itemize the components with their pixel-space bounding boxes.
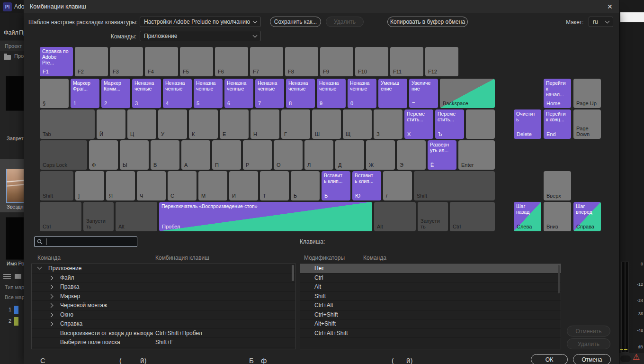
keyboard-key[interactable]: F3 — [110, 47, 143, 76]
keyboard-key[interactable]: Перейти к начал...Home — [544, 79, 571, 108]
keyboard-key[interactable]: Очистит ьDelete — [514, 109, 541, 139]
command-row[interactable]: Маркер — [32, 292, 295, 301]
keyboard-key[interactable]: Е — [220, 109, 249, 139]
keyboard-key[interactable]: / — [383, 171, 412, 200]
keyboard-key[interactable]: F8 — [285, 47, 318, 76]
modifier-row[interactable]: Ctrl+Alt+Shift — [300, 329, 561, 338]
preset-dropdown[interactable]: Настройки Adobe Prelude по умолчанию — [140, 17, 261, 27]
keyboard-key[interactable]: О — [274, 140, 303, 170]
save-as-button[interactable]: Сохранить как... — [270, 17, 321, 27]
keyboard-key[interactable]: Backspace — [440, 79, 495, 108]
keyboard-key[interactable]: Шаг назадСлева — [514, 202, 541, 231]
chevron-right-icon[interactable] — [49, 312, 54, 317]
warning-icon[interactable]: ⚠ — [633, 352, 640, 362]
cancel-button[interactable]: Отмена — [573, 354, 611, 364]
keyboard-key[interactable]: Неназна ченные9 — [317, 79, 346, 108]
keyboard-key[interactable]: Маркер Комм...2 — [101, 79, 130, 108]
vertical-scrollbar[interactable] — [558, 265, 560, 293]
command-row[interactable]: Выберите предыдущую панельCtrl+Shift+F — [32, 347, 295, 349]
chevron-right-icon[interactable] — [49, 294, 54, 299]
dialog-close-icon[interactable]: ✕ — [607, 3, 613, 10]
keyboard-key[interactable]: Шаг впередСправа — [573, 202, 601, 231]
keyboard-key[interactable]: Увеличе ние= — [409, 79, 438, 108]
modifier-row[interactable]: Alt — [300, 282, 561, 292]
keyboard-key[interactable]: Н — [250, 109, 279, 139]
modifier-row[interactable]: Shift — [300, 292, 561, 301]
dialog-titlebar[interactable] — [24, 0, 619, 13]
keyboard-key[interactable]: F11 — [390, 47, 423, 76]
modifier-row[interactable]: Ctrl+Alt — [300, 301, 561, 310]
keyboard-key[interactable]: F9 — [320, 47, 353, 76]
keyboard-key[interactable]: Д — [335, 140, 364, 170]
list-view-icon[interactable] — [3, 274, 11, 279]
keyboard-key[interactable]: Неназна ченные5 — [194, 79, 223, 108]
keyboard-key[interactable]: У — [158, 109, 187, 139]
keyboard-key[interactable]: Неназна ченные4 — [163, 79, 192, 108]
modifier-row[interactable]: Нет — [300, 264, 561, 273]
keyboard-key[interactable]: И — [229, 171, 258, 200]
keyboard-key[interactable]: Разверн уть ил...Ё — [428, 140, 456, 170]
chevron-right-icon[interactable] — [49, 275, 54, 280]
keyboard-key[interactable]: Shift — [414, 171, 495, 200]
keyboard-key[interactable]: Tab — [40, 109, 95, 139]
chevron-right-icon[interactable] — [49, 285, 54, 290]
keyboard-key[interactable]: М — [198, 171, 227, 200]
command-row[interactable]: Выберите поле поискаShift+F — [32, 338, 295, 347]
keyboard-key[interactable]: Ч — [137, 171, 166, 200]
command-row[interactable]: Черновой монтаж — [32, 301, 295, 310]
keyboard-key[interactable] — [466, 109, 495, 139]
commands-dropdown[interactable]: Приложение — [140, 31, 261, 41]
menu-edit-clipped[interactable]: Пр — [19, 29, 24, 36]
search-input[interactable] — [34, 237, 137, 247]
keyboard-key[interactable]: Ф — [89, 140, 118, 170]
marker-filter-dropdown[interactable]: Все мар — [5, 294, 25, 300]
command-row[interactable]: Справка — [32, 319, 295, 329]
keyboard-key[interactable]: Вниз — [544, 202, 571, 231]
keyboard-key[interactable]: F12 — [425, 47, 458, 76]
command-row[interactable]: Воспроизвести от входа до выходаCtrl+Shi… — [32, 329, 295, 338]
keyboard-key[interactable]: F4 — [145, 47, 178, 76]
keyboard-key[interactable]: Вставит ь клип...Б — [322, 171, 350, 200]
keyboard-key[interactable]: Неназна ченные7 — [255, 79, 284, 108]
keyboard-key[interactable]: Ж — [366, 140, 395, 170]
thumbnail-view-icon[interactable] — [15, 274, 21, 279]
keyboard-key[interactable]: Переме стить...Ъ — [435, 109, 464, 139]
keyboard-key[interactable]: F6 — [215, 47, 248, 76]
keyboard-key[interactable]: Щ — [343, 109, 372, 139]
command-row[interactable]: Приложение — [32, 264, 295, 273]
keyboard-key[interactable]: F5 — [180, 47, 213, 76]
modifier-row[interactable]: Ctrl — [300, 273, 561, 283]
keyboard-key[interactable]: Ш — [312, 109, 341, 139]
keyboard-key[interactable]: Неназна ченные3 — [132, 79, 161, 108]
command-row[interactable]: Файл — [32, 273, 295, 283]
keyboard-key[interactable]: Переключатель «Воспроизведение-стоп»Проб… — [159, 202, 372, 231]
keyboard-key[interactable]: Перейти к конц...End — [544, 109, 571, 139]
chevron-down-icon[interactable] — [37, 265, 42, 270]
keyboard-key[interactable]: Ctrl — [40, 202, 81, 231]
keyboard-key[interactable]: Неназна ченные8 — [286, 79, 315, 108]
keyboard-key[interactable]: Маркер Фраг...1 — [71, 79, 99, 108]
undo-button[interactable]: Отменить — [567, 326, 610, 337]
keyboard-key[interactable]: Ы — [120, 140, 149, 170]
keyboard-key[interactable]: С — [168, 171, 197, 200]
keyboard-key[interactable]: П — [212, 140, 241, 170]
keyboard-key[interactable]: Shift — [40, 171, 73, 200]
keyboard-key[interactable]: F7 — [250, 47, 283, 76]
keyboard-key[interactable]: Запусти ть — [418, 202, 448, 231]
keyboard-key[interactable]: З — [374, 109, 402, 139]
keyboard-key[interactable]: Alt — [374, 202, 416, 231]
layout-dropdown[interactable]: ru — [589, 17, 613, 27]
keyboard-key[interactable]: К — [189, 109, 218, 139]
vertical-scrollbar[interactable] — [292, 265, 294, 281]
modifier-row[interactable]: Alt+Shift — [300, 319, 561, 329]
keyboard-key[interactable]: Неназна ченные6 — [224, 79, 253, 108]
keyboard-key[interactable]: Ctrl — [450, 202, 495, 231]
keyboard-key[interactable]: Й — [97, 109, 125, 139]
command-row[interactable]: Правка — [32, 282, 295, 292]
keyboard-key[interactable]: Ь — [291, 171, 320, 200]
menu-file[interactable]: Файл — [4, 29, 18, 36]
keyboard-key[interactable]: § — [40, 79, 69, 108]
keyboard-key[interactable]: Ц — [127, 109, 156, 139]
keyboard-key[interactable]: Л — [304, 140, 333, 170]
keyboard-key[interactable]: Page Up — [573, 79, 601, 108]
